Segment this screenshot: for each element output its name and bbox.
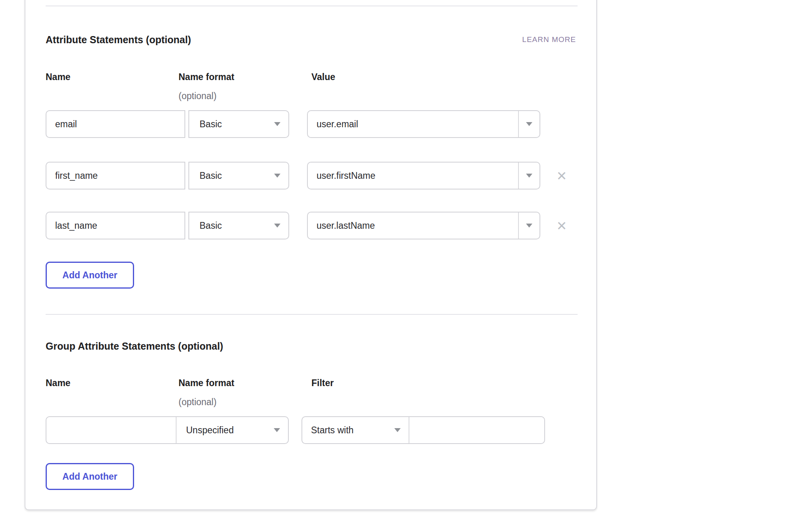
filter-value-input[interactable]: [409, 417, 544, 443]
group-attribute-statements-title: Group Attribute Statements (optional): [46, 339, 223, 353]
group-name-format-select[interactable]: Unspecified: [177, 417, 288, 443]
attribute-value-input[interactable]: [308, 212, 518, 239]
section-divider: [46, 314, 578, 315]
attribute-name-input[interactable]: [46, 162, 185, 189]
filter-type-selected-value: Starts with: [311, 425, 394, 436]
chevron-down-icon: [274, 174, 280, 178]
attribute-value-combo: [307, 162, 540, 189]
attribute-name-input[interactable]: [46, 110, 185, 138]
attribute-value-input[interactable]: [308, 111, 518, 137]
remove-row-button[interactable]: ✕: [553, 218, 570, 234]
attribute-value-combo: [307, 212, 540, 239]
add-another-group-attribute-button[interactable]: Add Another: [46, 463, 134, 490]
chevron-down-icon: [274, 428, 280, 432]
group-name-format-group: Unspecified: [46, 416, 289, 444]
attribute-row: Basic ✕: [46, 212, 578, 239]
value-dropdown-button[interactable]: [518, 163, 539, 189]
attribute-name-format-select[interactable]: Basic: [188, 212, 289, 239]
group-attribute-row: Unspecified Starts with: [46, 416, 578, 444]
column-header-name: Name: [46, 71, 71, 82]
attribute-name-input[interactable]: [46, 212, 185, 239]
name-format-selected-value: Basic: [200, 220, 274, 231]
group-filter-combo: Starts with: [301, 416, 545, 444]
chevron-down-icon: [526, 224, 532, 228]
attribute-name-format-select[interactable]: Basic: [188, 162, 289, 189]
add-another-attribute-button[interactable]: Add Another: [46, 262, 134, 289]
chevron-down-icon: [394, 428, 401, 432]
attribute-statements-title: Attribute Statements (optional): [46, 33, 191, 46]
attribute-row: Basic: [46, 110, 578, 138]
attribute-value-input[interactable]: [308, 163, 518, 189]
group-name-input[interactable]: [46, 417, 177, 443]
column-header-name-format: Name format: [179, 377, 234, 388]
name-format-selected-value: Basic: [200, 170, 274, 181]
column-header-filter: Filter: [311, 377, 334, 388]
attribute-value-combo: [307, 110, 540, 138]
remove-row-button[interactable]: ✕: [553, 168, 570, 184]
chevron-down-icon: [274, 224, 280, 228]
name-format-selected-value: Basic: [200, 119, 274, 130]
learn-more-link[interactable]: LEARN MORE: [522, 35, 576, 44]
attribute-name-format-select[interactable]: Basic: [188, 110, 289, 138]
chevron-down-icon: [526, 122, 532, 126]
column-note-optional: (optional): [179, 396, 217, 408]
chevron-down-icon: [526, 174, 532, 178]
chevron-down-icon: [274, 122, 280, 126]
column-header-name-format: Name format: [179, 71, 234, 82]
top-divider: [46, 6, 578, 6]
settings-card: Attribute Statements (optional) LEARN MO…: [25, 0, 597, 510]
attribute-row: Basic ✕: [46, 162, 578, 189]
column-header-value: Value: [311, 71, 335, 82]
filter-type-select[interactable]: Starts with: [302, 417, 409, 443]
name-format-selected-value: Unspecified: [186, 425, 274, 436]
column-header-name: Name: [46, 377, 71, 388]
value-dropdown-button[interactable]: [518, 212, 539, 239]
value-dropdown-button[interactable]: [518, 111, 539, 137]
column-note-optional: (optional): [179, 90, 217, 101]
